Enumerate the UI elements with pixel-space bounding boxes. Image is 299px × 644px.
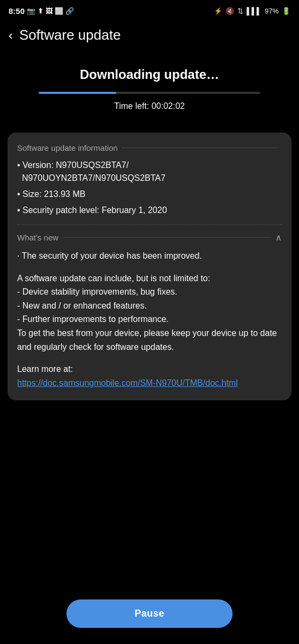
security-text: · The security of your device has been i… — [17, 249, 282, 263]
signal-icon: ▌▌▌ — [246, 7, 261, 15]
mute-icon: 🔇 — [226, 7, 234, 15]
learn-more-label: Learn more at: — [17, 364, 73, 374]
icon-img: 🖼 — [46, 7, 53, 15]
network-icon: ⇅ — [237, 7, 243, 15]
dotted-divider — [122, 148, 278, 148]
bluetooth-icon: ⚡ — [214, 7, 222, 15]
back-button[interactable]: ‹ — [9, 28, 13, 43]
icon-sim: 📷 — [27, 7, 35, 15]
status-right: ⚡ 🔇 ⇅ ▌▌▌ 97% 🔋 — [214, 7, 290, 15]
pause-button-wrapper: Pause — [0, 599, 299, 628]
list-item: • Size: 213.93 MB — [17, 188, 282, 201]
status-left: 8:50 📷 ⬆ 🖼 ⬜ 🔗 — [9, 6, 74, 16]
general-text: A software update can include, but is no… — [17, 272, 282, 354]
whats-new-header: What's new ∧ — [17, 232, 282, 243]
status-time: 8:50 — [9, 6, 25, 16]
battery-icon: 🔋 — [282, 7, 290, 15]
status-bar: 8:50 📷 ⬆ 🖼 ⬜ 🔗 ⚡ 🔇 ⇅ ▌▌▌ 97% 🔋 — [0, 0, 299, 19]
chevron-up-icon: ∧ — [275, 232, 282, 243]
update-info-list: • Version: N970USQS2BTA7/ N970UOYN2BTA7/… — [17, 159, 282, 217]
icon-bt: ⬆ — [38, 7, 43, 15]
downloading-title: Downloading update… — [11, 67, 288, 82]
battery-percent: 97% — [265, 7, 279, 15]
page-title: Software update — [19, 27, 121, 43]
progress-bar-container — [39, 92, 260, 94]
list-item: • Security patch level: February 1, 2020 — [17, 204, 282, 217]
update-info-header: Software update information — [17, 143, 282, 152]
time-left: Time left: 00:02:02 — [11, 101, 288, 111]
learn-more-link[interactable]: https://doc.samsungmobile.com/SM-N970U/T… — [17, 378, 238, 387]
dotted-divider-2 — [63, 237, 271, 238]
learn-more-section: Learn more at: https://doc.samsungmobile… — [17, 362, 282, 390]
section-divider — [17, 224, 282, 225]
icon-box: ⬜ — [55, 7, 63, 15]
icon-misc: 🔗 — [65, 7, 74, 15]
page-header: ‹ Software update — [0, 19, 299, 51]
info-card: Software update information • Version: N… — [8, 133, 291, 400]
download-section: Downloading update… Time left: 00:02:02 — [0, 51, 299, 122]
whats-new-content: · The security of your device has been i… — [17, 249, 282, 390]
whats-new-title: What's new — [17, 233, 58, 242]
update-info-title: Software update information — [17, 143, 118, 152]
list-item: • Version: N970USQS2BTA7/ N970UOYN2BTA7/… — [17, 159, 282, 185]
pause-button[interactable]: Pause — [66, 599, 233, 628]
progress-bar-fill — [39, 92, 116, 94]
